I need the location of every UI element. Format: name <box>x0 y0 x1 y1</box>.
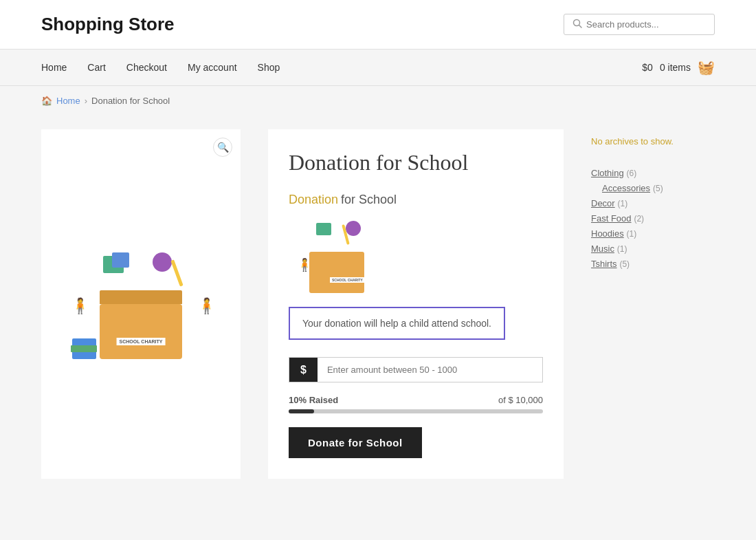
ci-label: SCHOOL CHARITY <box>330 277 365 283</box>
sidebar-category-tshirts: Tshirts (5) <box>591 258 729 269</box>
book2-decoration <box>112 252 129 268</box>
sidebar-count-tshirts: (5) <box>619 259 630 269</box>
dollar-prefix: $ <box>289 358 318 382</box>
box-label: SCHOOL CHARITY <box>117 338 166 345</box>
progress-percent: 10% Raised <box>289 395 338 405</box>
product-title: Donation for School <box>289 150 543 175</box>
ci-person: 🧍 <box>297 257 312 272</box>
cart-items-label: 0 items <box>660 62 691 73</box>
nav-checkout[interactable]: Checkout <box>126 50 167 85</box>
home-icon: 🏠 <box>41 96 52 106</box>
progress-row: 10% Raised of $ 10,000 <box>289 395 543 405</box>
sidebar-link-accessories[interactable]: Accessories <box>602 183 650 193</box>
sidebar-count-music: (1) <box>617 244 627 254</box>
donation-description: Your donation will help a child attend s… <box>302 318 491 329</box>
sidebar-count-hoodies: (1) <box>627 229 637 239</box>
ci-ball <box>346 221 361 236</box>
nav-cart[interactable]: Cart <box>87 50 105 85</box>
nav-shop[interactable]: Shop <box>258 50 280 85</box>
main-content: 🔍 SCHOOL CHARITY 🧍 🧍 Donation for School <box>0 116 756 506</box>
amount-input-row: $ <box>289 357 543 382</box>
product-image-area: 🔍 SCHOOL CHARITY 🧍 🧍 <box>41 129 241 479</box>
site-title: Shopping Store <box>41 14 175 35</box>
breadcrumb-home[interactable]: Home <box>56 96 80 106</box>
no-archives: No archives to show. <box>591 129 729 153</box>
product-subtitle-colored: Donation <box>289 193 338 206</box>
progress-bar-track <box>289 409 543 413</box>
nav-home[interactable]: Home <box>41 50 67 85</box>
header: Shopping Store <box>0 0 756 50</box>
search-input[interactable] <box>586 19 706 30</box>
sidebar-category-music: Music (1) <box>591 243 729 254</box>
sidebar-category-clothing: Clothing (6) <box>591 167 729 178</box>
progress-goal: of $ 10,000 <box>498 395 543 405</box>
breadcrumb-sep: › <box>85 96 87 106</box>
cart-area: $0 0 items 🧺 <box>642 59 715 76</box>
sidebar-link-fastfood[interactable]: Fast Food <box>591 213 632 224</box>
sidebar-category-decor: Decor (1) <box>591 197 729 208</box>
sidebar-count-accessories: (5) <box>653 184 663 193</box>
dollar-symbol: $ <box>300 364 307 376</box>
box-main: SCHOOL CHARITY <box>100 304 182 359</box>
cart-amount: $0 <box>642 62 653 73</box>
ci-book <box>316 223 331 235</box>
books-stack2 <box>71 345 97 352</box>
box-flap <box>100 290 182 304</box>
sidebar-category-fastfood: Fast Food (2) <box>591 213 729 224</box>
product-subtitle-row: Donation for School <box>289 193 543 207</box>
nav-my-account[interactable]: My account <box>188 50 237 85</box>
nav: Home Cart Checkout My account Shop $0 0 … <box>0 50 756 86</box>
sidebar-link-hoodies[interactable]: Hoodies <box>591 228 624 239</box>
cart-icon[interactable]: 🧺 <box>698 59 715 76</box>
donation-text-box: Your donation will help a child attend s… <box>289 307 505 340</box>
zoom-icon[interactable]: 🔍 <box>213 138 232 157</box>
progress-bar-fill <box>289 409 314 413</box>
sidebar-link-decor[interactable]: Decor <box>591 198 615 208</box>
content-image: SCHOOL CHARITY 🧍 <box>289 217 385 293</box>
person-right: 🧍 <box>197 297 211 325</box>
sidebar-category-hoodies: Hoodies (1) <box>591 228 729 239</box>
sidebar-count-decor: (1) <box>618 199 628 208</box>
product-details: Donation for School Donation for School … <box>268 129 564 479</box>
sidebar-count-fastfood: (2) <box>634 214 644 224</box>
person-left: 🧍 <box>71 297 85 325</box>
product-illustration: SCHOOL CHARITY 🧍 🧍 <box>65 249 216 359</box>
sidebar-count-clothing: (6) <box>627 169 637 178</box>
sidebar-link-tshirts[interactable]: Tshirts <box>591 259 617 269</box>
sidebar-link-music[interactable]: Music <box>591 244 614 254</box>
sidebar-link-clothing[interactable]: Clothing <box>591 168 624 178</box>
donate-button[interactable]: Donate for School <box>289 427 422 458</box>
svg-line-1 <box>579 25 582 28</box>
ball-decoration <box>153 252 172 272</box>
search-icon <box>572 19 582 30</box>
pencil-decoration <box>170 259 183 286</box>
ci-box: SCHOOL CHARITY <box>309 252 364 293</box>
sidebar-category-accessories: Accessories (5) <box>591 182 729 193</box>
breadcrumb: 🏠 Home › Donation for School <box>0 86 756 116</box>
sidebar: No archives to show. Clothing (6) Access… <box>591 129 729 479</box>
nav-links: Home Cart Checkout My account Shop <box>41 50 280 85</box>
product-subtitle-rest: for School <box>341 193 397 206</box>
breadcrumb-current: Donation for School <box>91 96 170 106</box>
amount-input[interactable] <box>318 358 542 382</box>
sidebar-categories: Clothing (6) Accessories (5) Decor (1) F… <box>591 167 729 269</box>
search-bar <box>564 14 715 35</box>
